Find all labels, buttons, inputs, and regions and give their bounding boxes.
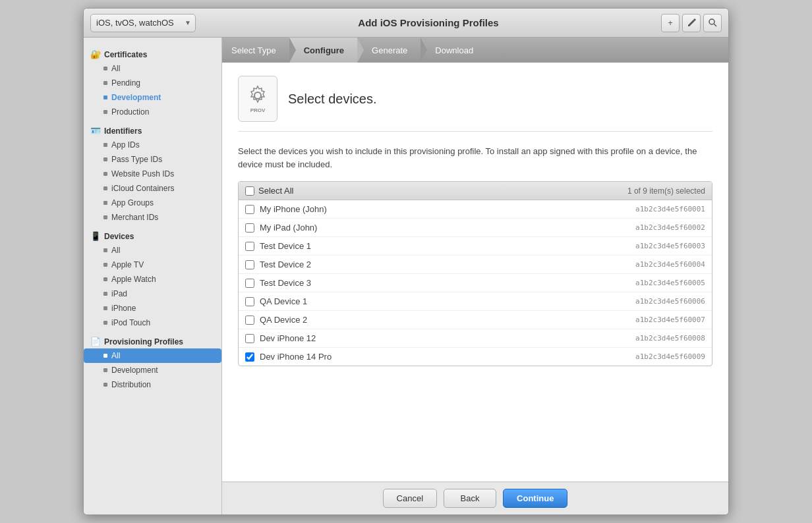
svg-point-0: [709, 19, 714, 24]
gear-icon: [247, 85, 268, 106]
bullet-icon: [103, 368, 107, 372]
bullet-icon: [103, 292, 107, 296]
device-checkbox-8[interactable]: [245, 334, 254, 343]
sidebar-item-development-cert[interactable]: Development: [84, 90, 221, 105]
right-panel: Select Type Configure Generate Download: [222, 38, 728, 514]
device-id-3: a1b2c3d4e5f60003: [635, 242, 705, 250]
step-arrow-3: [420, 38, 427, 63]
device-item-2: My iPad (John) a1b2c3d4e5f60002: [239, 219, 712, 237]
search-button[interactable]: [703, 14, 722, 32]
bullet-icon: [103, 306, 107, 310]
provisioning-icon: 📄: [90, 337, 101, 346]
footer-bar: Cancel Back Continue: [222, 482, 728, 514]
device-checkbox-4[interactable]: [245, 260, 254, 269]
bullet-icon: [103, 157, 107, 161]
add-button[interactable]: +: [661, 14, 680, 32]
sidebar-item-icloud-containers[interactable]: iCloud Containers: [84, 181, 221, 196]
device-id-5: a1b2c3d4e5f60005: [635, 279, 705, 287]
steps-bar: Select Type Configure Generate Download: [222, 38, 728, 63]
step-configure[interactable]: Configure: [289, 38, 357, 63]
sidebar-item-app-ids[interactable]: App IDs: [84, 138, 221, 152]
sidebar-item-website-push-ids[interactable]: Website Push IDs: [84, 167, 221, 181]
device-name-9: Dev iPhone 14 Pro: [260, 352, 332, 362]
step-select-type[interactable]: Select Type: [222, 38, 289, 63]
sidebar-item-certificates-all[interactable]: All: [84, 61, 221, 76]
page-heading: Select devices.: [288, 92, 377, 107]
certificates-label: Certificates: [104, 50, 147, 59]
device-id-1: a1b2c3d4e5f60001: [635, 205, 705, 213]
step-generate-label: Generate: [372, 45, 407, 55]
sidebar-item-app-groups[interactable]: App Groups: [84, 196, 221, 210]
device-item-4: Test Device 2 a1b2c3d4e5f60004: [239, 256, 712, 274]
step-arrow-1: [289, 38, 296, 63]
sidebar-item-profiles-distribution[interactable]: Distribution: [84, 377, 221, 392]
cancel-button[interactable]: Cancel: [383, 489, 437, 508]
sidebar-item-ipad[interactable]: iPad: [84, 287, 221, 301]
sidebar-item-apple-watch[interactable]: Apple Watch: [84, 272, 221, 287]
svg-point-2: [254, 92, 261, 99]
sidebar-item-ipod-touch[interactable]: iPod Touch: [84, 316, 221, 330]
device-name-1: My iPhone (John): [260, 204, 327, 214]
sidebar-item-iphone[interactable]: iPhone: [84, 301, 221, 316]
platform-dropdown-label: iOS, tvOS, watchOS: [96, 18, 174, 28]
device-id-9: a1b2c3d4e5f60009: [635, 352, 705, 361]
sidebar-item-devices-all[interactable]: All: [84, 243, 221, 258]
page-header: PROV Select devices.: [238, 76, 712, 132]
step-generate[interactable]: Generate: [357, 38, 420, 63]
sidebar-item-profiles-development[interactable]: Development: [84, 363, 221, 377]
device-id-2: a1b2c3d4e5f60002: [635, 223, 705, 232]
bullet-icon: [103, 186, 107, 190]
device-list-container: Select All 1 of 9 item(s) selected: [238, 181, 712, 366]
sidebar-label-development-cert: Development: [111, 93, 161, 102]
sidebar-section-provisioning-profiles: 📄 Provisioning Profiles: [84, 333, 221, 348]
device-name-7: QA Device 2: [260, 315, 307, 325]
device-checkbox-6[interactable]: [245, 297, 254, 306]
select-all-text: Select All: [258, 186, 293, 196]
device-checkbox-1[interactable]: [245, 205, 254, 214]
sidebar-label-profiles-all: All: [111, 351, 120, 360]
sidebar-label-pass-type-ids: Pass Type IDs: [111, 155, 162, 164]
sidebar-item-merchant-ids[interactable]: Merchant IDs: [84, 210, 221, 225]
back-button[interactable]: Back: [444, 489, 496, 508]
select-all-label[interactable]: Select All: [245, 186, 293, 196]
device-checkbox-5[interactable]: [245, 279, 254, 288]
sidebar-item-production[interactable]: Production: [84, 105, 221, 119]
search-icon: [709, 18, 717, 27]
sidebar-item-profiles-all[interactable]: All: [84, 348, 221, 363]
sidebar-label-app-ids: App IDs: [111, 140, 140, 150]
continue-button[interactable]: Continue: [503, 489, 567, 508]
bullet-icon: [103, 81, 107, 85]
device-list: My iPhone (John) a1b2c3d4e5f60001 My iPa…: [239, 200, 712, 366]
edit-icon: [687, 18, 696, 27]
device-name-5: Test Device 3: [260, 278, 311, 288]
bullet-icon: [103, 143, 107, 147]
device-checkbox-7[interactable]: [245, 316, 254, 325]
device-item-9: Dev iPhone 14 Pro a1b2c3d4e5f60009: [239, 348, 712, 366]
bullet-icon: [103, 277, 107, 281]
step-arrow-2: [357, 38, 364, 63]
platform-dropdown[interactable]: iOS, tvOS, watchOS ▼: [90, 14, 196, 32]
devices-icon: 📱: [90, 231, 101, 241]
bullet-icon: [103, 321, 107, 325]
device-checkbox-2[interactable]: [245, 223, 254, 233]
select-all-checkbox[interactable]: [245, 186, 254, 196]
sidebar: 🔐 Certificates All Pending Development P…: [84, 38, 222, 514]
device-item-7: QA Device 2 a1b2c3d4e5f60007: [239, 311, 712, 329]
sidebar-label-profiles-development: Development: [111, 366, 158, 375]
bullet-icon: [103, 248, 107, 252]
step-download[interactable]: Download: [420, 38, 486, 63]
bullet-icon: [103, 354, 107, 358]
device-item-3: Test Device 1 a1b2c3d4e5f60003: [239, 237, 712, 256]
device-checkbox-3[interactable]: [245, 242, 254, 251]
title-bar-left: iOS, tvOS, watchOS ▼: [90, 14, 196, 32]
device-id-4: a1b2c3d4e5f60004: [635, 260, 705, 269]
sidebar-item-pass-type-ids[interactable]: Pass Type IDs: [84, 152, 221, 167]
edit-button[interactable]: [682, 14, 701, 32]
sidebar-item-pending[interactable]: Pending: [84, 76, 221, 90]
sidebar-item-apple-tv[interactable]: Apple TV: [84, 258, 221, 272]
bullet-icon: [103, 110, 107, 114]
device-checkbox-9[interactable]: [245, 352, 254, 362]
sidebar-label-website-push-ids: Website Push IDs: [111, 169, 174, 179]
device-item-1: My iPhone (John) a1b2c3d4e5f60001: [239, 200, 712, 219]
bullet-icon: [103, 201, 107, 205]
